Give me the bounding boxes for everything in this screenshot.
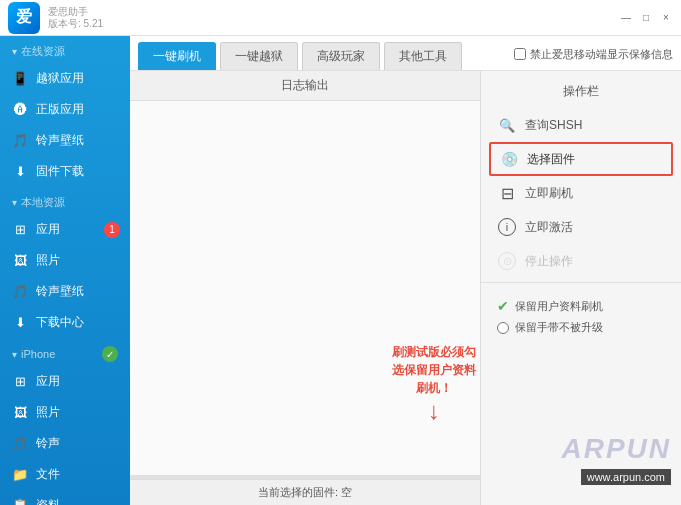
sidebar-item-local-apps[interactable]: ⊞ 应用 1 — [0, 214, 130, 245]
radio-keep-userdata[interactable]: ✔ 保留用户资料刷机 — [497, 295, 665, 317]
flash-now-button[interactable]: ⊟ 立即刷机 — [481, 176, 681, 210]
minimize-button[interactable]: — — [619, 11, 633, 25]
query-shsh-label: 查询SHSH — [525, 117, 582, 134]
search-icon: 🔍 — [497, 115, 517, 135]
ringtones-online-icon: 🎵 — [12, 133, 28, 149]
sidebar-item-iphone-photos[interactable]: 🖼 照片 — [0, 397, 130, 428]
tabs-bar: 一键刷机 一键越狱 高级玩家 其他工具 禁止爱思移动端显示保修信息 — [130, 36, 681, 71]
tab-advanced[interactable]: 高级玩家 — [302, 42, 380, 70]
info-circle-icon: i — [497, 217, 517, 237]
check-green-icon: ✔ — [497, 298, 509, 314]
iphone-data-label: 资料 — [36, 497, 60, 505]
main-panel: 日志输出 当前选择的固件: 空 操作栏 🔍 查询SHSH 💿 选择固件 — [130, 71, 681, 505]
iphone-files-label: 文件 — [36, 466, 60, 483]
iphone-apps-label: 应用 — [36, 373, 60, 390]
title-bar: 爱 爱思助手 版本号: 5.21 — □ × — [0, 0, 681, 36]
local-section-title: 本地资源 — [0, 187, 130, 214]
iphone-ringtones-label: 铃声 — [36, 435, 60, 452]
sidebar-item-ringtones-local[interactable]: 🎵 铃声壁纸 — [0, 276, 130, 307]
firmware-download-label: 固件下载 — [36, 163, 84, 180]
official-apps-icon: 🅐 — [12, 102, 28, 118]
log-footer: 当前选择的固件: 空 — [130, 479, 480, 505]
app-name: 爱思助手 — [48, 6, 103, 18]
firmware-download-icon: ⬇ — [12, 164, 28, 180]
iphone-ringtones-icon: 🎵 — [12, 436, 28, 452]
local-apps-badge: 1 — [104, 222, 120, 238]
window-controls: — □ × — [619, 11, 673, 25]
sidebar-item-iphone-data[interactable]: 📋 资料 — [0, 490, 130, 505]
tab-flash[interactable]: 一键刷机 — [138, 42, 216, 70]
tab-jailbreak[interactable]: 一键越狱 — [220, 42, 298, 70]
log-content — [130, 101, 480, 475]
official-apps-label: 正版应用 — [36, 101, 84, 118]
iphone-section-title: iPhone ✓ — [0, 338, 130, 366]
stop-operation-label: 停止操作 — [525, 253, 573, 270]
sidebar-item-official-apps[interactable]: 🅐 正版应用 — [0, 94, 130, 125]
tab-other-tools[interactable]: 其他工具 — [384, 42, 462, 70]
restrict-info-checkbox[interactable] — [514, 48, 526, 60]
photos-label: 照片 — [36, 252, 60, 269]
ringtones-local-label: 铃声壁纸 — [36, 283, 84, 300]
ops-panel: 操作栏 🔍 查询SHSH 💿 选择固件 ⊟ 立即刷机 — [481, 71, 681, 505]
maximize-button[interactable]: □ — [639, 11, 653, 25]
sidebar-item-firmware-download[interactable]: ⬇ 固件下载 — [0, 156, 130, 187]
stop-icon: ⊙ — [497, 251, 517, 271]
radio-keep-baseband-input[interactable] — [497, 322, 509, 334]
flash-icon: ⊟ — [497, 183, 517, 203]
restrict-info-checkbox-label[interactable]: 禁止爱思移动端显示保修信息 — [514, 47, 673, 66]
iphone-connected-badge: ✓ — [102, 346, 118, 362]
sidebar-item-jailbreak-apps[interactable]: 📱 越狱应用 — [0, 63, 130, 94]
ops-divider — [481, 282, 681, 283]
iphone-photos-icon: 🖼 — [12, 405, 28, 421]
ops-header: 操作栏 — [481, 79, 681, 108]
app-version: 版本号: 5.21 — [48, 18, 103, 30]
iphone-data-icon: 📋 — [12, 498, 28, 506]
photos-icon: 🖼 — [12, 253, 28, 269]
iphone-files-icon: 📁 — [12, 467, 28, 483]
radio-keep-baseband[interactable]: 保留手带不被升级 — [497, 317, 665, 338]
sidebar-item-ringtones-online[interactable]: 🎵 铃声壁纸 — [0, 125, 130, 156]
local-apps-label: 应用 — [36, 221, 60, 238]
ringtones-online-label: 铃声壁纸 — [36, 132, 84, 149]
stop-operation-button[interactable]: ⊙ 停止操作 — [481, 244, 681, 278]
app-info: 爱思助手 版本号: 5.21 — [48, 6, 103, 30]
firmware-icon: 💿 — [499, 149, 519, 169]
radio-keep-userdata-label: 保留用户资料刷机 — [515, 299, 603, 314]
ringtones-local-icon: 🎵 — [12, 284, 28, 300]
activate-now-button[interactable]: i 立即激活 — [481, 210, 681, 244]
select-firmware-label: 选择固件 — [527, 151, 575, 168]
sidebar: 在线资源 📱 越狱应用 🅐 正版应用 🎵 铃声壁纸 ⬇ 固件下载 本地资源 ⊞ … — [0, 36, 130, 505]
query-shsh-button[interactable]: 🔍 查询SHSH — [481, 108, 681, 142]
online-section-title: 在线资源 — [0, 36, 130, 63]
select-firmware-button[interactable]: 💿 选择固件 — [489, 142, 673, 176]
iphone-apps-icon: ⊞ — [12, 374, 28, 390]
restrict-info-label: 禁止爱思移动端显示保修信息 — [530, 47, 673, 62]
sidebar-item-download-center[interactable]: ⬇ 下载中心 — [0, 307, 130, 338]
radio-group: ✔ 保留用户资料刷机 保留手带不被升级 — [481, 287, 681, 346]
flash-now-label: 立即刷机 — [525, 185, 573, 202]
jailbreak-apps-label: 越狱应用 — [36, 70, 84, 87]
local-apps-icon: ⊞ — [12, 222, 28, 238]
log-area: 日志输出 当前选择的固件: 空 — [130, 71, 481, 505]
content-area: 一键刷机 一键越狱 高级玩家 其他工具 禁止爱思移动端显示保修信息 日志输出 当… — [130, 36, 681, 505]
download-center-label: 下载中心 — [36, 314, 84, 331]
close-button[interactable]: × — [659, 11, 673, 25]
activate-now-label: 立即激活 — [525, 219, 573, 236]
download-center-icon: ⬇ — [12, 315, 28, 331]
jailbreak-apps-icon: 📱 — [12, 71, 28, 87]
radio-keep-baseband-label: 保留手带不被升级 — [515, 320, 603, 335]
sidebar-item-photos[interactable]: 🖼 照片 — [0, 245, 130, 276]
app-logo: 爱 — [8, 2, 40, 34]
sidebar-item-iphone-files[interactable]: 📁 文件 — [0, 459, 130, 490]
main-layout: 在线资源 📱 越狱应用 🅐 正版应用 🎵 铃声壁纸 ⬇ 固件下载 本地资源 ⊞ … — [0, 36, 681, 505]
sidebar-item-iphone-ringtones[interactable]: 🎵 铃声 — [0, 428, 130, 459]
log-header: 日志输出 — [130, 71, 480, 101]
iphone-photos-label: 照片 — [36, 404, 60, 421]
sidebar-item-iphone-apps[interactable]: ⊞ 应用 — [0, 366, 130, 397]
